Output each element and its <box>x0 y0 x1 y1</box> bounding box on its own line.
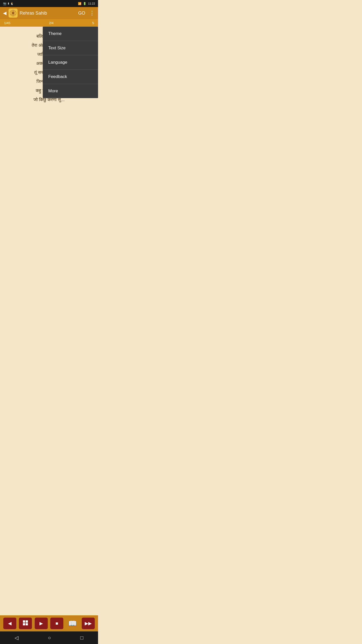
app-title: Rehras Sahib <box>20 11 47 16</box>
content-area: बलिहारी कुदर... तेरा अंतु न जाड़ी लि... … <box>0 27 98 152</box>
khanda-icon <box>10 10 17 17</box>
notification-icons: 📷 ⬇ 🐧 <box>3 2 14 5</box>
battery-icon: 🔋 <box>83 2 86 5</box>
menu-item-text-size[interactable]: Text Size <box>43 41 98 55</box>
back-button[interactable]: ◀ <box>3 10 7 16</box>
go-button[interactable]: GO <box>78 11 85 16</box>
page-left: 1/45 <box>4 21 10 25</box>
menu-item-feedback[interactable]: Feedback <box>43 70 98 84</box>
status-left: 📷 ⬇ 🐧 <box>3 2 14 5</box>
app-icon <box>9 9 18 18</box>
dropdown-menu: Theme Text Size Language Feedback More <box>43 27 98 98</box>
time-display: 11:22 <box>88 2 95 5</box>
status-right: 📶 🔋 11:22 <box>78 2 95 5</box>
app-bar-left: ◀ Rehras Sahib <box>3 9 47 18</box>
menu-item-language[interactable]: Language <box>43 55 98 70</box>
app-bar: ◀ Rehras Sahib GO ⋮ <box>0 7 98 19</box>
more-menu-button[interactable]: ⋮ <box>89 10 95 16</box>
menu-overlay[interactable] <box>0 27 43 152</box>
page-right: 5 <box>92 21 94 25</box>
pagination-bar: 1/45 2/4 5 <box>0 19 98 27</box>
app-bar-right: GO ⋮ <box>78 10 95 16</box>
signal-icon: 📶 <box>78 2 81 5</box>
menu-item-theme[interactable]: Theme <box>43 27 98 41</box>
page-middle: 2/4 <box>49 21 54 25</box>
menu-item-more[interactable]: More <box>43 84 98 98</box>
status-bar: 📷 ⬇ 🐧 📶 🔋 11:22 <box>0 0 98 7</box>
